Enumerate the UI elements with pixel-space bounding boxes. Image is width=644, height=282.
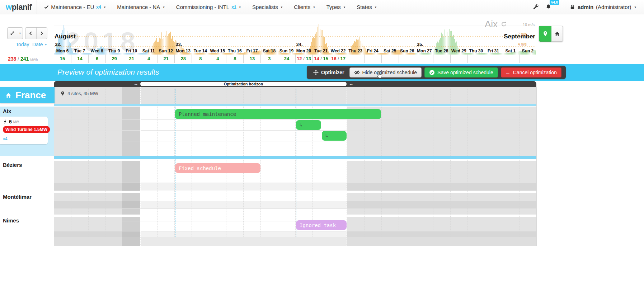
task-bar-fixed[interactable]: Fixed schedule bbox=[175, 163, 260, 173]
expand-range-button[interactable] bbox=[8, 28, 17, 39]
grid-day-line bbox=[399, 89, 399, 237]
nav-item-types[interactable]: Types▾ bbox=[326, 4, 345, 10]
settings-wrench-button[interactable] bbox=[533, 4, 539, 10]
notifications-button[interactable]: v4.0 bbox=[545, 4, 551, 10]
day-label: Tue 14 bbox=[192, 48, 209, 54]
next-period-button[interactable] bbox=[36, 28, 47, 39]
navbar-divider bbox=[526, 0, 526, 14]
turbine-count[interactable]: x4 bbox=[3, 136, 8, 141]
day-label: Thu 23 bbox=[347, 48, 364, 54]
cancel-optimization-button[interactable]: ← Cancel optimization bbox=[501, 67, 561, 77]
task-bar-ignored[interactable]: Ignored task bbox=[296, 220, 347, 230]
day-label: Fri 17 bbox=[243, 48, 260, 54]
optimizer-label: Optimizer bbox=[321, 70, 344, 75]
day-label: Wed 22 bbox=[330, 48, 347, 54]
energy-value: 6 bbox=[96, 56, 98, 61]
nav-item-label: Specialists bbox=[252, 4, 278, 10]
day-value-cell bbox=[467, 55, 485, 63]
nav-item-maintenance-eu[interactable]: Maintenance - EUx4▾ bbox=[44, 4, 105, 10]
site-label-aix[interactable]: Aix bbox=[3, 108, 11, 114]
nav-item-badge: x1 bbox=[231, 5, 236, 10]
energy-value: 8 bbox=[234, 56, 236, 61]
refresh-icon[interactable] bbox=[500, 21, 507, 27]
day-value-cell: 21 bbox=[157, 55, 174, 63]
date-dropdown[interactable]: Date ▾ bbox=[32, 42, 47, 47]
grid-day-line bbox=[433, 89, 433, 237]
home-view-button[interactable] bbox=[551, 26, 563, 42]
grid-day-line bbox=[381, 89, 382, 237]
chevron-down-icon: ▾ bbox=[375, 5, 377, 9]
site-label-montelimar[interactable]: Montélimar bbox=[3, 194, 32, 200]
energy-value: 8 bbox=[199, 56, 202, 61]
hide-optimized-schedule-button[interactable]: Hide optimized schedule bbox=[349, 67, 422, 77]
energy-value: 13 bbox=[306, 56, 311, 61]
energy-value: 29 bbox=[112, 56, 117, 61]
day-label: Mon 27 bbox=[416, 48, 433, 54]
today-link[interactable]: Today bbox=[16, 42, 29, 47]
energy-value: 21 bbox=[129, 56, 134, 61]
day-value-cell bbox=[381, 55, 399, 63]
optimization-horizon-range[interactable]: Optimization horizon bbox=[140, 82, 347, 86]
turbine-type-badge[interactable]: Wind Turbine 1.5MW bbox=[3, 126, 50, 133]
day-label: Sat 25 bbox=[381, 48, 399, 54]
lost-energy-value: 16 bbox=[331, 56, 336, 61]
grid-right-divider bbox=[536, 87, 537, 246]
range-dropdown-button[interactable]: ▾ bbox=[17, 28, 23, 39]
day-value-cell: 29 bbox=[105, 55, 123, 63]
map-view-button[interactable] bbox=[539, 26, 551, 42]
version-badge: v4.0 bbox=[550, 0, 559, 5]
navbar-divider bbox=[37, 0, 37, 14]
energy-unit: MWh bbox=[30, 58, 38, 61]
grid-day-line bbox=[71, 89, 71, 237]
task-bar-label: Fixed schedule bbox=[179, 165, 221, 171]
nav-item-label: Clients bbox=[294, 4, 310, 10]
app-logo[interactable]: wplanif bbox=[6, 3, 32, 12]
nav-item-maintenance-na[interactable]: Maintenance - NA▾ bbox=[117, 4, 165, 10]
site-label-beziers[interactable]: Béziers bbox=[3, 162, 22, 168]
previous-period-button[interactable] bbox=[25, 28, 36, 39]
top-navbar: wplanif Maintenance - EUx4▾Maintenance -… bbox=[0, 0, 644, 14]
chevron-right-icon bbox=[39, 31, 44, 36]
task-bar-planned-sub[interactable]: ↳ bbox=[296, 120, 321, 130]
nav-item-states[interactable]: States▾ bbox=[357, 4, 376, 10]
day-label: Sat 18 bbox=[260, 48, 278, 54]
nav-item-label: Commissioning - INTL bbox=[176, 4, 229, 10]
task-bar-planned-sub[interactable]: ↳ bbox=[322, 131, 347, 141]
optimizer-menu-button[interactable]: Optimizer bbox=[311, 67, 347, 77]
day-label: Sat 11 bbox=[140, 48, 157, 54]
nav-item-badge: x4 bbox=[96, 5, 101, 10]
lightning-bolt-icon bbox=[3, 119, 8, 124]
nav-item-label: Types bbox=[326, 4, 341, 10]
user-menu[interactable]: admin (Administrator) ▾ bbox=[570, 4, 636, 10]
grid-day-line bbox=[88, 89, 89, 237]
date-label: Date bbox=[32, 42, 43, 47]
arrow-right-icon[interactable]: → bbox=[133, 81, 138, 87]
nav-item-label: Maintenance - EU bbox=[51, 4, 94, 10]
nav-menu: Maintenance - EUx4▾Maintenance - NA▾Comm… bbox=[44, 4, 388, 10]
chevron-down-icon: ▾ bbox=[104, 5, 106, 9]
save-optimized-schedule-button[interactable]: Save optimized schedule bbox=[424, 67, 498, 77]
date-nav-button-group bbox=[25, 27, 47, 39]
chevron-down-icon: ▾ bbox=[313, 5, 315, 9]
value-separator: / bbox=[319, 56, 323, 61]
chevron-left-icon bbox=[28, 31, 33, 36]
wind-threshold-label-7: 7 m/s bbox=[518, 32, 527, 36]
site-label-nimes[interactable]: Nimes bbox=[3, 217, 19, 224]
day-label: Sun 12 bbox=[157, 48, 174, 54]
task-bar-planned[interactable]: Planned maintenance bbox=[175, 109, 381, 119]
energy-value: 14 bbox=[77, 56, 82, 61]
country-group-header[interactable]: France bbox=[0, 87, 55, 103]
sites-summary-text: 4 sites, 45 MW bbox=[67, 91, 98, 96]
grid-section-background bbox=[54, 237, 536, 246]
energy-value: 24 bbox=[284, 56, 289, 61]
logo-rest: planif bbox=[12, 3, 32, 11]
nav-item-commissioning-intl[interactable]: Commissioning - INTLx1▾ bbox=[176, 4, 241, 10]
month-label-august: August bbox=[55, 33, 76, 40]
arrow-left-icon[interactable]: ← bbox=[349, 81, 353, 87]
week-number: 34. bbox=[296, 42, 303, 47]
nav-item-specialists[interactable]: Specialists▾ bbox=[252, 4, 282, 10]
sites-summary: 4 sites, 45 MW bbox=[60, 91, 98, 96]
day-value-cell: 15 bbox=[54, 55, 71, 63]
optimizer-toolbar: Optimizer Hide optimized schedule Save o… bbox=[307, 66, 566, 79]
nav-item-clients[interactable]: Clients▾ bbox=[294, 4, 315, 10]
